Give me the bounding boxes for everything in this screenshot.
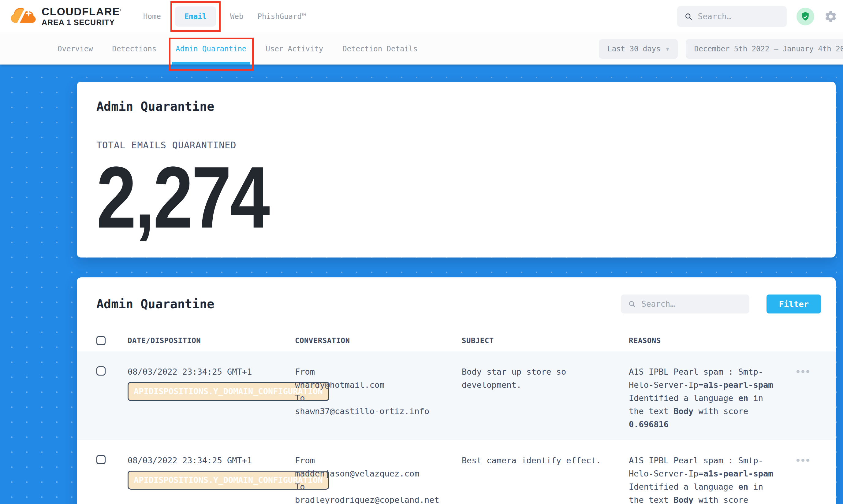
from-address: whardy@hotmail.com [295, 378, 462, 392]
from-label: From [295, 365, 462, 378]
table-card-header: Admin Quarantine Filter [77, 294, 836, 313]
gear-icon [824, 10, 838, 23]
search-icon [628, 300, 636, 308]
top-navbar: CLOUDFLARE’ AREA 1 SECURITY Home Email W… [0, 0, 843, 33]
reasons-cell: A1S IPBL Pearl spam : Smtp-Helo-Server-I… [629, 365, 776, 431]
table-search[interactable] [621, 294, 749, 313]
tab-detections[interactable]: Detections [112, 33, 157, 65]
tab-overview[interactable]: Overview [57, 33, 93, 65]
filter-button[interactable]: Filter [767, 294, 821, 313]
page-content: Admin Quarantine TOTAL EMAILS QUARANTINE… [0, 65, 843, 504]
global-search[interactable] [677, 6, 787, 27]
chevron-down-icon: ▼ [666, 46, 669, 52]
cloudflare-cloud-icon [7, 5, 38, 28]
protection-status-badge[interactable] [796, 8, 814, 25]
conversation-cell: From whardy@hotmail.com To shawn37@casti… [295, 365, 462, 418]
date-disposition-cell: 08/03/2022 23:34:25 GMT+1 APIDISPOSITION… [128, 365, 295, 401]
to-address: bradleyrodriguez@copeland.net [295, 493, 462, 504]
date-range-picker[interactable]: December 5th 2022 — January 4th 2023 [686, 39, 843, 59]
row-checkbox[interactable] [96, 366, 106, 376]
reasons-cell: A1S IPBL Pearl spam : Smtp-Helo-Server-I… [629, 454, 776, 504]
global-search-input[interactable] [698, 12, 779, 21]
cloudflare-brand[interactable]: CLOUDFLARE’ AREA 1 SECURITY [7, 5, 122, 28]
tab-detection-details[interactable]: Detection Details [343, 33, 418, 65]
trademark-symbol: ’ [120, 9, 122, 14]
date-disposition-cell: 08/03/2022 23:34:25 GMT+1 APIDISPOSITION… [128, 454, 295, 490]
row-date: 08/03/2022 23:34:25 GMT+1 [128, 365, 295, 378]
shield-check-icon [800, 11, 811, 22]
metric-value: 2,274 [96, 154, 268, 241]
from-label: From [295, 454, 462, 467]
row-date: 08/03/2022 23:34:25 GMT+1 [128, 454, 295, 467]
column-header-reasons: REASONS [629, 337, 776, 345]
stat-card-title: Admin Quarantine [96, 100, 816, 113]
table-header-row: DATE/DISPOSITION CONVERSATION SUBJECT RE… [77, 330, 836, 352]
nav-home[interactable]: Home [143, 12, 161, 21]
table-row: 08/03/2022 23:34:25 GMT+1 APIDISPOSITION… [77, 352, 836, 440]
quarantine-table-card: Admin Quarantine Filter DATE/DISPOSITION… [77, 277, 836, 504]
row-actions-menu[interactable] [796, 459, 809, 462]
subject-cell: Best camera identify effect. [462, 454, 621, 467]
row-checkbox[interactable] [96, 455, 106, 464]
tab-user-activity[interactable]: User Activity [266, 33, 323, 65]
select-all-checkbox[interactable] [96, 336, 106, 345]
brand-text: CLOUDFLARE’ AREA 1 SECURITY [41, 6, 122, 27]
brand-name: CLOUDFLARE’ [41, 6, 122, 17]
email-subnav: Overview Detections Admin Quarantine Use… [0, 33, 843, 65]
nav-email[interactable]: Email [175, 6, 216, 26]
from-address: maddenjason@velazquez.com [295, 467, 462, 480]
table-row: 08/03/2022 23:34:25 GMT+1 APIDISPOSITION… [77, 440, 836, 504]
main-nav: Home Email Web PhishGuard™ [143, 6, 306, 26]
settings-button[interactable] [824, 10, 838, 23]
to-label: To [295, 392, 462, 404]
to-address: shawn37@castillo-ortiz.info [295, 404, 462, 418]
topbar-right [677, 6, 838, 27]
conversation-cell: From maddenjason@velazquez.com To bradle… [295, 454, 462, 504]
to-label: To [295, 480, 462, 493]
row-actions-menu[interactable] [796, 370, 809, 373]
quarantine-stat-card: Admin Quarantine TOTAL EMAILS QUARANTINE… [77, 82, 836, 257]
brand-subtitle: AREA 1 SECURITY [41, 18, 122, 27]
tab-admin-quarantine[interactable]: Admin Quarantine [176, 33, 246, 65]
nav-web[interactable]: Web [230, 12, 243, 21]
column-header-conversation: CONVERSATION [295, 337, 462, 345]
period-dropdown[interactable]: Last 30 days ▼ [599, 39, 678, 59]
search-icon [685, 12, 692, 21]
nav-phishguard[interactable]: PhishGuard™ [257, 12, 306, 21]
column-header-subject: SUBJECT [462, 337, 629, 345]
column-header-date-disposition: DATE/DISPOSITION [128, 337, 295, 345]
table-search-input[interactable] [642, 300, 742, 309]
table-card-title: Admin Quarantine [96, 297, 214, 311]
subject-cell: Body star up store so development. [462, 365, 621, 392]
date-controls: Last 30 days ▼ December 5th 2022 — Janua… [599, 39, 843, 59]
